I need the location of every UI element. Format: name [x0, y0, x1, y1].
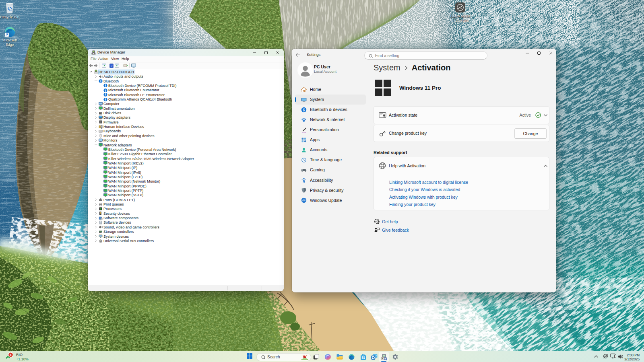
svg-text:?: ? [111, 64, 112, 68]
svg-text:1: 1 [10, 353, 12, 357]
